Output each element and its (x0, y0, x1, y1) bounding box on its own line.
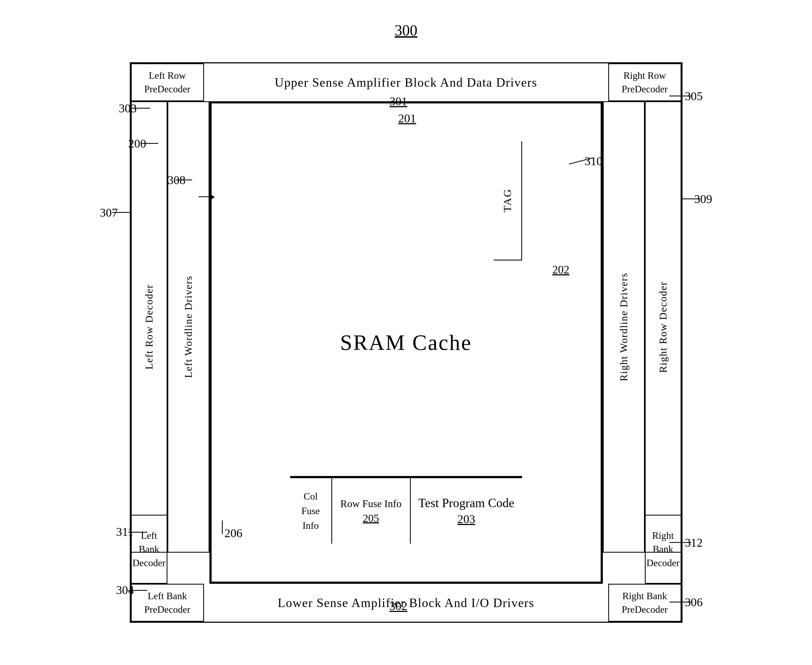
row-fuse-info-label: Row Fuse Info (340, 498, 402, 509)
ref-311-line (128, 532, 148, 532)
ref-307-line (112, 212, 131, 213)
ref-304-line (128, 590, 148, 591)
ref-303-line (131, 108, 150, 108)
right-wordline-drivers-label: Right Wordline Drivers (618, 273, 630, 381)
diagram-container: 300 Upper Sense Amplifier Block And Data… (81, 22, 731, 644)
ref-203: 203 (457, 512, 475, 526)
arrow-into-inner-box (209, 193, 215, 201)
left-row-predecoder-box: Left RowPreDecoder (131, 63, 204, 101)
ref-206-vert-line (222, 521, 223, 534)
ref-308-line (176, 180, 192, 180)
arrow-line (198, 196, 210, 197)
left-wordline-drivers-box: Left Wordline Drivers (167, 101, 210, 553)
ref-201: 201 (398, 111, 416, 125)
ref-205: 205 (363, 512, 379, 524)
test-program-code-box: Test Program Code 203 (411, 478, 522, 544)
bottom-region: ColFuseInfo Row Fuse Info 205 Test Progr… (290, 476, 522, 544)
ref-305-line (669, 96, 691, 97)
row-fuse-info-box: Row Fuse Info 205 (332, 478, 411, 544)
col-fuse-info-box: ColFuseInfo (290, 478, 332, 544)
right-row-decoder-label: Right Row Decoder (657, 281, 669, 373)
right-wordline-drivers-box: Right Wordline Drivers (603, 101, 645, 553)
right-bank-decoder-label: RightBankDecoder (646, 529, 679, 570)
inner-main-box: SRAM Cache 201 TAG 202 ColFuseInfo Row F… (210, 101, 603, 584)
left-bank-predecoder-label: Left BankPreDecoder (144, 589, 190, 616)
left-bank-decoder-box: LeftBankDecoder (131, 515, 167, 584)
ref-306-line (669, 602, 691, 603)
right-bank-predecoder-box: Right BankPreDecoder (608, 584, 681, 622)
right-bank-predecoder-label: Right BankPreDecoder (622, 589, 668, 616)
ref-302: 302 (390, 599, 407, 613)
ref-206-label: 206 (225, 526, 243, 540)
test-program-code-label: Test Program Code (418, 496, 515, 510)
left-row-decoder-box: Left Row Decoder (131, 101, 167, 553)
figure-number: 300 (395, 22, 418, 39)
left-bank-decoder-label: LeftBankDecoder (133, 529, 166, 570)
ref-202: 202 (553, 263, 569, 276)
ref-200-line (142, 143, 158, 144)
ref-312-line (669, 542, 691, 543)
sram-cache-label: SRAM Cache (340, 330, 472, 355)
right-row-predecoder-label: Right RowPreDecoder (622, 69, 668, 96)
tag-box: TAG (494, 141, 522, 260)
ref-309-line (681, 198, 700, 199)
left-row-decoder-label: Left Row Decoder (143, 284, 155, 370)
right-row-decoder-box: Right Row Decoder (645, 101, 681, 553)
col-fuse-info-label: ColFuseInfo (301, 489, 320, 533)
main-outer-box: Upper Sense Amplifier Block And Data Dri… (130, 62, 682, 623)
tag-label: TAG (501, 188, 514, 212)
left-row-predecoder-label: Left RowPreDecoder (144, 69, 190, 96)
ref-310-label: 310 (585, 154, 602, 168)
left-bank-predecoder-box: Left BankPreDecoder (131, 584, 204, 622)
left-wordline-drivers-label: Left Wordline Drivers (182, 276, 194, 378)
right-bank-decoder-box: RightBankDecoder (645, 515, 681, 584)
